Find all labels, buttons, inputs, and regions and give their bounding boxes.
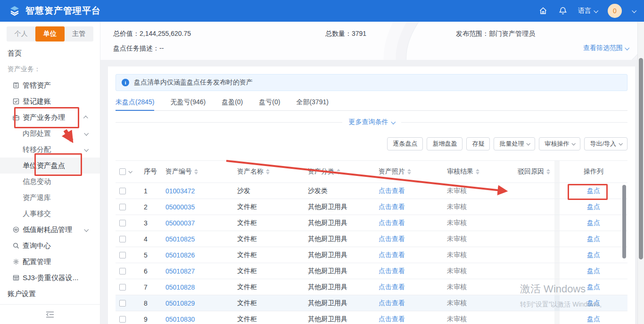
batch-process-dropdown[interactable]: 批量处理: [494, 137, 535, 150]
column-header-asset-code[interactable]: 资产编号: [164, 167, 235, 176]
row-checkbox[interactable]: [119, 284, 126, 291]
collapse-sidebar-icon[interactable]: [46, 311, 54, 318]
column-header-audit-result[interactable]: 审核结果: [445, 167, 516, 176]
asset-code-link[interactable]: 05000035: [165, 203, 195, 211]
table-scrollbar-thumb[interactable]: [622, 185, 626, 258]
sidebar-item-transfer-allocation[interactable]: 转移分配: [0, 141, 100, 158]
sidebar-item-low-value-consumables[interactable]: 低值耐耗品管理: [0, 222, 100, 238]
row-checkbox[interactable]: [119, 252, 126, 258]
sidebar-item-sj3-equipment[interactable]: SJ3-贵重仪器设...: [0, 270, 100, 286]
sidebar-item-label: SJ3-贵重仪器设...: [23, 274, 78, 282]
view-filter-scope-link[interactable]: 查看筛选范围: [583, 44, 628, 52]
sidebar-item-register-ledger[interactable]: 登记建账: [0, 93, 100, 109]
inventory-action-link[interactable]: 盘点: [587, 315, 600, 324]
inventory-action-link[interactable]: 盘点: [587, 283, 600, 291]
column-header-asset-photo[interactable]: 资产照片: [377, 167, 445, 176]
sort-icon[interactable]: [407, 169, 411, 174]
sort-icon[interactable]: [266, 169, 270, 174]
audit-result: 未审核: [445, 299, 516, 307]
row-seq: 1: [142, 187, 164, 195]
row-checkbox[interactable]: [119, 204, 126, 210]
column-header-reject-reason[interactable]: 驳回原因: [516, 167, 554, 176]
column-header-asset-class[interactable]: 资产分类: [306, 167, 377, 176]
row-checkbox[interactable]: [119, 268, 126, 274]
tab-loss[interactable]: 盘亏(0): [259, 94, 280, 110]
asset-code-link[interactable]: 01003472: [165, 187, 195, 195]
selection-options-chevron-down-icon[interactable]: [128, 169, 132, 173]
column-gutter: [554, 295, 560, 311]
language-menu[interactable]: 语言: [578, 7, 597, 15]
more-filters-link[interactable]: 更多查询条件: [349, 118, 395, 126]
sidebar-item-account-settings[interactable]: 账户设置: [0, 286, 100, 302]
column-header-asset-name[interactable]: 资产名称: [235, 167, 306, 176]
avatar[interactable]: 0: [608, 4, 622, 18]
tab-surplus[interactable]: 盘盈(0): [222, 94, 243, 110]
sort-icon[interactable]: [194, 169, 198, 174]
inventory-action-link[interactable]: 盘点: [587, 299, 600, 307]
view-photo-link[interactable]: 点击查看: [379, 267, 405, 275]
asset-code-link[interactable]: 05010826: [165, 251, 195, 259]
inventory-action-link[interactable]: 盘点: [587, 203, 600, 211]
sort-icon[interactable]: [337, 169, 340, 174]
row-checkbox[interactable]: [119, 188, 126, 194]
sidebar-item-config-management[interactable]: 配置管理: [0, 254, 100, 270]
tab-not-inventoried[interactable]: 未盘点(2845): [116, 94, 154, 110]
tab-all[interactable]: 全部(3791): [296, 94, 328, 110]
sidebar-item-unit-asset-inventory[interactable]: 单位资产盘点: [0, 158, 100, 174]
view-photo-link[interactable]: 点击查看: [379, 219, 405, 227]
sidebar-item-label: 管辖资产: [23, 81, 51, 90]
view-photo-link[interactable]: 点击查看: [379, 203, 405, 211]
page-scrollbar[interactable]: [637, 22, 644, 324]
gear-icon: [12, 258, 20, 266]
asset-code-link[interactable]: 05010830: [165, 316, 195, 323]
select-all-checkbox[interactable]: [119, 168, 126, 175]
doubt-button[interactable]: 存疑: [466, 137, 490, 150]
view-photo-link[interactable]: 点击查看: [379, 315, 405, 324]
asset-code-link[interactable]: 05010828: [165, 283, 195, 291]
add-surplus-button[interactable]: 新增盘盈: [427, 137, 462, 150]
view-photo-link[interactable]: 点击查看: [379, 283, 405, 291]
sidebar-item-info-change[interactable]: 信息变动: [0, 174, 100, 190]
tab-no-variance[interactable]: 无盈亏(946): [170, 94, 206, 110]
inventory-one-by-one-button[interactable]: 逐条盘点: [387, 137, 423, 150]
row-checkbox[interactable]: [119, 300, 126, 307]
view-photo-link[interactable]: 点击查看: [379, 187, 405, 195]
asset-code-link[interactable]: 05000037: [165, 219, 195, 227]
view-photo-link[interactable]: 点击查看: [379, 251, 405, 259]
sidebar-item-asset-return[interactable]: 资产退库: [0, 190, 100, 206]
inventory-action-link[interactable]: 盘点: [587, 251, 600, 259]
view-photo-link[interactable]: 点击查看: [379, 235, 405, 243]
view-photo-link[interactable]: 点击查看: [379, 299, 405, 307]
page-scrollbar-thumb[interactable]: [639, 58, 643, 259]
sidebar-item-home[interactable]: 首页: [0, 45, 100, 61]
export-import-dropdown[interactable]: 导出/导入: [584, 137, 627, 150]
inventory-action-link[interactable]: 盘点: [587, 219, 600, 227]
user-menu-chevron-down-icon[interactable]: [632, 8, 636, 13]
role-personal[interactable]: 个人: [7, 26, 35, 42]
home-icon[interactable]: [538, 6, 548, 16]
sidebar-item-internal-disposal[interactable]: 内部处置: [0, 125, 100, 141]
column-gutter: [554, 263, 560, 279]
inventory-action-link[interactable]: 盘点: [587, 187, 600, 195]
sidebar-item-personnel-transfer[interactable]: 人事移交: [0, 206, 100, 222]
bell-icon[interactable]: [558, 6, 568, 16]
row-seq: 9: [142, 316, 164, 323]
sort-icon[interactable]: [476, 169, 479, 174]
row-checkbox[interactable]: [119, 236, 126, 242]
asset-code-link[interactable]: 05010825: [165, 235, 195, 243]
sidebar-item-asset-business-handling[interactable]: 资产业务办理: [0, 109, 100, 125]
role-supervisor[interactable]: 主管: [65, 26, 93, 42]
role-unit[interactable]: 单位: [35, 26, 64, 42]
sidebar-item-managed-assets[interactable]: 管辖资产: [0, 77, 100, 93]
row-checkbox[interactable]: [119, 220, 126, 226]
info-banner: i 盘点清单内仅涵盖盘点任务发布时的资产: [116, 74, 627, 91]
sort-icon[interactable]: [546, 169, 550, 174]
row-checkbox[interactable]: [119, 316, 126, 323]
inventory-action-link[interactable]: 盘点: [587, 235, 600, 243]
asset-code-link[interactable]: 05010827: [165, 267, 195, 275]
asset-code-link[interactable]: 05010829: [165, 299, 195, 307]
sidebar-item-query-center[interactable]: 查询中心: [0, 238, 100, 254]
audit-actions-dropdown[interactable]: 审核操作: [539, 137, 580, 150]
inventory-action-link[interactable]: 盘点: [587, 267, 600, 275]
chevron-down-icon: [619, 141, 622, 145]
